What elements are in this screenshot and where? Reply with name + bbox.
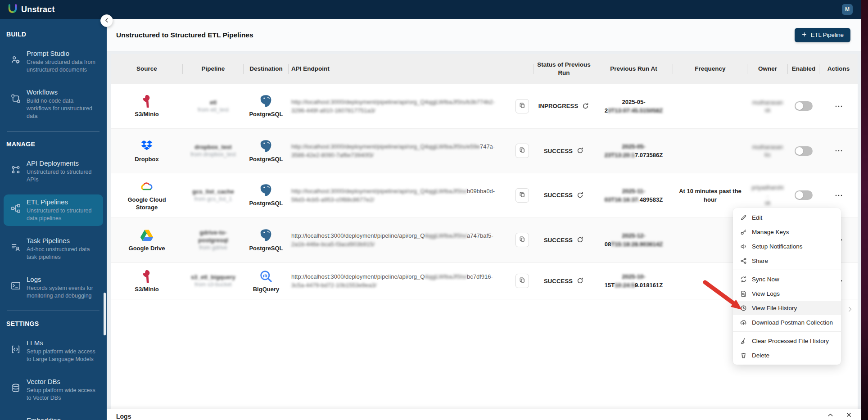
destination-cell: PostgreSQL bbox=[244, 181, 289, 209]
bigquery-icon bbox=[259, 269, 273, 284]
text-segment: http://localhost:3000/deployment/pipelin… bbox=[291, 273, 425, 280]
text-segment: http://localhost:3000/deployment/pipelin… bbox=[291, 188, 467, 194]
copy-endpoint-button[interactable] bbox=[515, 233, 529, 247]
sidebar-item-text: API DeploymentsUnstructured to structure… bbox=[27, 159, 98, 184]
text-segment: 23T13:20:1 bbox=[605, 152, 635, 158]
sidebar-item-task-pipelines[interactable]: Task PipelinesAd-hoc unstructured data t… bbox=[4, 233, 103, 265]
enabled-toggle[interactable] bbox=[795, 190, 813, 200]
pipeline-cell: etlfrom etl_test bbox=[183, 97, 244, 116]
copy-endpoint-button[interactable] bbox=[515, 188, 529, 203]
sidebar-item-etl-pipelines[interactable]: ETL PipelinesUnstructured to structured … bbox=[4, 194, 103, 226]
copy-endpoint-button[interactable] bbox=[515, 144, 529, 158]
menu-item-share[interactable]: Share bbox=[733, 253, 841, 268]
reload-icon bbox=[577, 236, 583, 244]
text-segment: 3296-449f-a910-1607817751a3/ bbox=[291, 107, 375, 114]
menu-item-view-logs[interactable]: View Logs bbox=[733, 286, 841, 301]
destination-cell: PostgreSQL bbox=[244, 226, 289, 254]
desktop-background-strip bbox=[861, 0, 868, 420]
api-endpoint-url: http://localhost:3000/deployment/pipelin… bbox=[291, 98, 509, 115]
sidebar-item-llms[interactable]: LLMsSetup platform wide access to Large … bbox=[4, 335, 103, 367]
refresh-status-icon[interactable] bbox=[577, 277, 584, 285]
previous-run-at-cell: 2025-05-23T13:07:45.515058Z bbox=[594, 96, 673, 117]
sidebar-section-label-manage: MANAGE bbox=[0, 140, 107, 148]
menu-item-label: Download Postman Collection bbox=[752, 319, 833, 326]
sidebar-scrollbar[interactable] bbox=[104, 293, 106, 335]
menu-item-view-file-history[interactable]: View File History bbox=[733, 301, 841, 315]
menu-item-label: Setup Notifications bbox=[752, 243, 803, 250]
sidebar-item-embedding[interactable]: EmbeddingSetup platform wide access to E… bbox=[4, 413, 103, 420]
frequency-cell: At 10 minutes past the hour bbox=[673, 185, 747, 206]
sidebar-item-prompt-studio[interactable]: Prompt StudioCreate structured data from… bbox=[4, 46, 103, 77]
reload-icon bbox=[577, 192, 583, 199]
row-actions-ellipsis-icon[interactable] bbox=[834, 102, 843, 111]
refresh-status-icon[interactable] bbox=[582, 103, 589, 110]
enabled-toggle[interactable] bbox=[795, 146, 813, 156]
text-segment: 2a1b-446e-bca5-f3acd903b915/ bbox=[291, 241, 375, 248]
sidebar-item-api-deployments[interactable]: API DeploymentsUnstructured to structure… bbox=[4, 156, 103, 187]
menu-item-label: Sync Now bbox=[752, 276, 779, 283]
destination-cell: PostgreSQL bbox=[244, 92, 289, 120]
menu-item-download-postman-collection[interactable]: Download Postman Collection bbox=[733, 315, 841, 330]
s3-minio-icon bbox=[140, 269, 154, 284]
column-header-pipeline: Pipeline bbox=[183, 54, 244, 84]
brand[interactable]: Unstract bbox=[7, 4, 55, 15]
row-actions-ellipsis-icon[interactable] bbox=[834, 191, 843, 200]
owner-cell: mutharasanks bbox=[747, 141, 788, 160]
logs-drawer-title: Logs bbox=[116, 413, 131, 420]
table-header-row: SourcePipelineDestinationAPI EndpointSta… bbox=[111, 54, 858, 84]
sidebar-item-logs[interactable]: LogsRecords system events for monitoring… bbox=[4, 272, 103, 303]
api-endpoint-cell: http://localhost:3000/deployment/pipelin… bbox=[289, 142, 533, 159]
previous-run-at-line1: 2025-12- bbox=[622, 231, 645, 240]
table-row: Dropboxdropbox_testfrom dropbox_testPost… bbox=[111, 129, 858, 173]
sidebar-item-desc: Records system events for monitoring and… bbox=[27, 285, 98, 300]
workflows-icon bbox=[11, 94, 22, 104]
menu-item-edit[interactable]: Edit bbox=[733, 210, 841, 225]
dropbox-icon bbox=[140, 139, 154, 154]
vector-dbs-icon bbox=[11, 383, 22, 394]
destination-label: PostgreSQL bbox=[249, 199, 283, 207]
row-actions-menu: EditManage KeysSetup NotificationsShareS… bbox=[733, 208, 841, 365]
refresh-status-icon[interactable] bbox=[577, 147, 584, 154]
menu-item-manage-keys[interactable]: Manage Keys bbox=[733, 225, 841, 239]
sidebar-item-vector-dbs[interactable]: Vector DBsSetup platform wide access to … bbox=[4, 374, 103, 406]
text-segment: http://localhost:3000/deployment/pipelin… bbox=[291, 143, 480, 150]
copy-icon bbox=[519, 236, 525, 244]
api-endpoint-cell: http://localhost:3000/deployment/pipelin… bbox=[289, 231, 533, 248]
pipeline-cell: gdrive-to-postgresqlfrom gdrive bbox=[183, 227, 244, 253]
copy-endpoint-button[interactable] bbox=[515, 99, 529, 113]
sidebar-item-text: Prompt StudioCreate structured data from… bbox=[27, 50, 98, 74]
edit-icon bbox=[740, 214, 747, 221]
text-segment: 2025-10- bbox=[622, 273, 645, 280]
sidebar-collapse-button[interactable] bbox=[100, 14, 113, 27]
refresh-status-icon[interactable] bbox=[577, 236, 584, 244]
close-logs-icon[interactable] bbox=[845, 411, 852, 418]
text-segment: 15T bbox=[605, 282, 615, 289]
menu-item-label: View File History bbox=[752, 305, 797, 312]
enabled-toggle[interactable] bbox=[795, 101, 813, 111]
column-header-api-endpoint: API Endpoint bbox=[289, 54, 533, 84]
new-etl-pipeline-button[interactable]: ETL Pipeline bbox=[795, 28, 850, 42]
sidebar-item-desc: Create structured data from unstructured… bbox=[27, 59, 98, 74]
ellipsis-icon bbox=[834, 191, 843, 200]
previous-run-at-line2: 15T10:24:59.018161Z bbox=[605, 281, 663, 289]
megaphone-icon bbox=[740, 243, 747, 250]
menu-item-sync-now[interactable]: Sync Now bbox=[733, 272, 841, 286]
menu-item-clear-processed-file-history[interactable]: Clear Processed File History bbox=[733, 334, 841, 348]
text-segment: 489583Z bbox=[640, 196, 663, 203]
owner-name: mutharasan bbox=[752, 143, 783, 151]
sidebar-item-workflows[interactable]: WorkflowsBuild no-code data workflows fo… bbox=[4, 85, 103, 124]
text-segment: 3c5a-4479-bd72-10b1553e9ea3/ bbox=[291, 282, 376, 289]
expand-logs-chevron-up-icon[interactable] bbox=[827, 411, 834, 418]
refresh-status-icon[interactable] bbox=[577, 192, 584, 199]
row-actions-ellipsis-icon[interactable] bbox=[834, 146, 843, 155]
api-endpoint-url: http://localhost:3000/deployment/pipelin… bbox=[291, 231, 509, 248]
sidebar-item-desc: Unstructured to structured data pipeline… bbox=[27, 207, 98, 222]
sidebar-item-title: API Deployments bbox=[27, 159, 98, 167]
pagination-next-icon[interactable] bbox=[846, 306, 854, 313]
menu-item-setup-notifications[interactable]: Setup Notifications bbox=[733, 239, 841, 253]
user-avatar[interactable]: M bbox=[842, 4, 853, 15]
api-endpoint-cell: http://localhost:3000/deployment/pipelin… bbox=[289, 98, 533, 115]
menu-item-delete[interactable]: Delete bbox=[733, 348, 841, 362]
pipeline-name: dropbox_test bbox=[194, 143, 231, 151]
copy-endpoint-button[interactable] bbox=[515, 274, 529, 288]
